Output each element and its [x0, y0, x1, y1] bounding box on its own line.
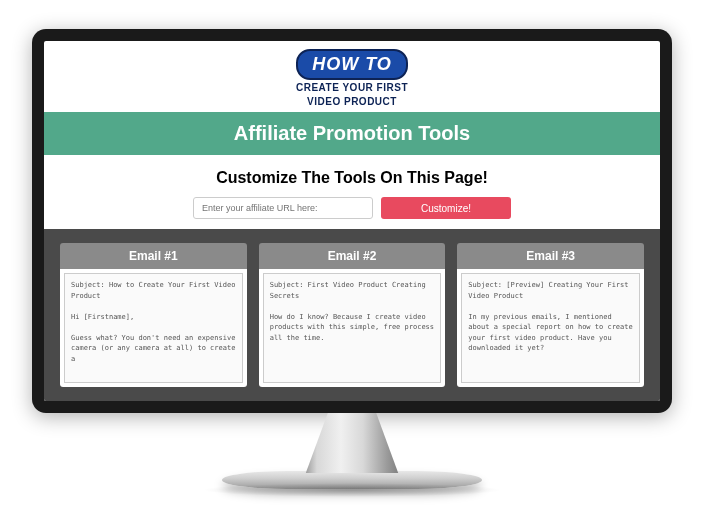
email-header-1: Email #1 [60, 243, 247, 269]
affiliate-url-input[interactable] [193, 197, 373, 219]
logo-subtitle-1: CREATE YOUR FIRST [44, 82, 660, 94]
email-card-1: Email #1 [60, 243, 247, 387]
email-card-2: Email #2 [259, 243, 446, 387]
screen-content: HOW TO CREATE YOUR FIRST VIDEO PRODUCT A… [44, 41, 660, 401]
logo-area: HOW TO CREATE YOUR FIRST VIDEO PRODUCT [44, 41, 660, 112]
customize-section: Customize The Tools On This Page! Custom… [44, 155, 660, 229]
page-title-banner: Affiliate Promotion Tools [44, 112, 660, 155]
email-card-3: Email #3 [457, 243, 644, 387]
email-body-3 [457, 269, 644, 387]
monitor-frame: HOW TO CREATE YOUR FIRST VIDEO PRODUCT A… [32, 29, 672, 413]
customize-form: Customize! [44, 197, 660, 219]
email-textarea-2[interactable] [263, 273, 442, 383]
email-header-3: Email #3 [457, 243, 644, 269]
monitor-shadow [202, 483, 502, 497]
emails-section: Email #1 Email #2 Email #3 [44, 229, 660, 401]
customize-button[interactable]: Customize! [381, 197, 511, 219]
monitor-mockup: HOW TO CREATE YOUR FIRST VIDEO PRODUCT A… [32, 29, 672, 497]
email-header-2: Email #2 [259, 243, 446, 269]
customize-heading: Customize The Tools On This Page! [44, 169, 660, 187]
logo-subtitle-2: VIDEO PRODUCT [44, 96, 660, 108]
email-body-2 [259, 269, 446, 387]
monitor-stand-neck [297, 413, 407, 473]
email-textarea-3[interactable] [461, 273, 640, 383]
email-body-1 [60, 269, 247, 387]
email-textarea-1[interactable] [64, 273, 243, 383]
logo-badge: HOW TO [296, 49, 408, 80]
